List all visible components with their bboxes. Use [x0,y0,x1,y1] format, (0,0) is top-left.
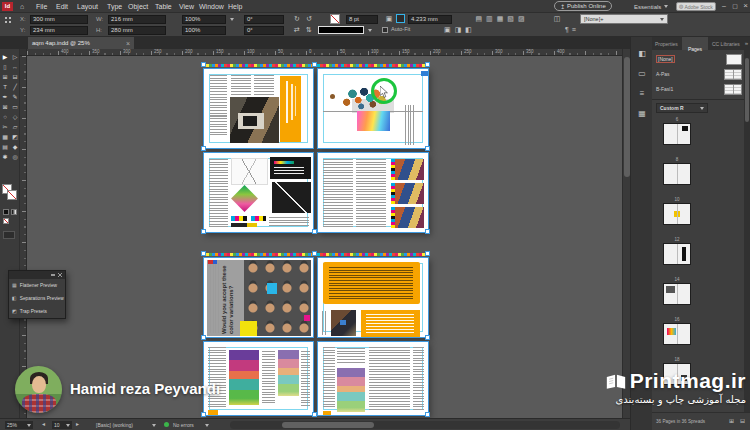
type-tool[interactable]: T [0,82,10,92]
page-spread-a-bottom-left[interactable] [203,152,314,233]
autofit-checkbox[interactable] [382,27,388,33]
master-row-b[interactable]: B-Fasl1 [652,83,750,97]
prev-page-icon[interactable]: ◂ [42,420,45,427]
h-field[interactable]: 280 mm [108,26,166,35]
custom-section-dropdown[interactable]: Custom R [656,103,708,113]
page-spread-a-bottom-right[interactable] [317,152,429,233]
photo-thumbnail[interactable] [391,207,424,228]
object-style-dropdown[interactable]: [None]+ [580,14,668,24]
note-tool[interactable]: ▤ [0,142,10,152]
selection-handle[interactable] [312,62,317,67]
separations-preview-item[interactable]: ◧ Separations Preview [12,295,64,301]
article-photo[interactable] [331,310,356,336]
master-row-none[interactable]: [None] [652,53,750,67]
content-collector-tool[interactable]: ⊞ [0,72,10,82]
delete-page-icon[interactable]: ⊟ [740,417,745,424]
rainbow-gradient-image[interactable] [357,111,390,131]
rectangle-tool[interactable]: ▭ [10,102,20,112]
camera-photo[interactable] [230,97,279,143]
menu-table[interactable]: Table [155,0,172,13]
chevron-down-icon[interactable] [152,424,156,427]
rotate-cw-icon[interactable]: ↻ [292,14,302,24]
w-field[interactable]: 216 mm [108,15,166,24]
layers-panel-icon[interactable]: ◧ [637,49,647,59]
links-panel-icon[interactable]: ▦ [637,109,647,119]
page-spread-a-top-left[interactable] [203,68,314,149]
new-page-icon[interactable]: ⊞ [729,417,734,424]
gradient-test-image[interactable] [337,368,365,412]
panel-chevrons-icon[interactable]: » [745,40,748,46]
eyedropper-tool[interactable]: ◆ [10,142,20,152]
menu-file[interactable]: File [36,0,47,13]
home-icon[interactable]: ⌂ [17,2,27,12]
selection-handle[interactable] [425,412,430,417]
scrollbar-thumb[interactable] [282,422,374,428]
spread-thumbnail[interactable] [663,123,691,145]
close-icon[interactable] [58,273,62,277]
scale-x-field[interactable]: 100% [182,15,226,24]
stroke-swatch[interactable] [7,190,17,200]
fit-content-icon[interactable] [396,14,405,23]
selection-handle[interactable] [201,62,206,67]
page-number-dropdown[interactable]: 10 [52,421,72,429]
page-spread-a-top-right[interactable] [317,68,429,149]
align-icons-group[interactable]: ▤▥▦▧▨ [460,14,544,24]
publish-online-button[interactable]: ↥ Publish Online [554,1,612,11]
tab-pages[interactable]: Pages [682,37,708,50]
pencil-tool[interactable]: ✎ [10,92,20,102]
curve-panel[interactable] [272,182,311,213]
trap-presets-item[interactable]: ◩ Trap Presets [12,308,47,314]
menu-type[interactable]: Type [107,0,122,13]
window-minimize-button[interactable]: – [719,1,729,11]
frame-fitting-icons[interactable]: ▣◨◧ [430,25,490,35]
selection-handle[interactable] [312,251,317,256]
horizontal-scrollbar[interactable] [230,421,620,429]
y-field[interactable]: 234 mm [30,26,88,35]
zoom-tool[interactable]: ◎ [10,152,20,162]
content-placer-tool[interactable]: ⊟ [10,72,20,82]
scrollbar-thumb[interactable] [745,58,749,122]
free-transform-tool[interactable]: ▱ [10,122,20,132]
selection-handle[interactable] [201,412,206,417]
selection-handle[interactable] [201,335,206,340]
page-spread-b-bottom-right[interactable] [317,341,429,416]
workspace-switcher[interactable]: Essentials [634,1,668,12]
tab-properties[interactable]: Properties [655,41,678,47]
screen-mode-button[interactable] [3,231,15,239]
rotation-field[interactable]: 0° [244,15,284,24]
scissors-tool[interactable]: ✂ [0,122,10,132]
horizontal-ruler[interactable]: 400 350 300 250 200 150 100 50 0 50 100 … [27,49,622,56]
gap-field[interactable]: 4.233 mm [408,15,452,24]
collapse-icon[interactable] [51,274,55,276]
menu-edit[interactable]: Edit [56,0,68,13]
stroke-type-swatch[interactable] [318,26,364,34]
page-tool[interactable]: ▯ [0,62,10,72]
ruler-corner[interactable] [20,49,27,56]
spread-thumbnail[interactable] [663,243,691,265]
pages-panel-icon[interactable]: ≡ [637,89,647,99]
page-spread-b-top-right[interactable] [317,257,429,338]
menu-view[interactable]: View [179,0,194,13]
chevron-down-icon[interactable] [368,29,372,32]
stroke-none-swatch[interactable] [330,14,340,24]
vertical-scrollbar[interactable] [622,49,630,418]
selection-tool[interactable]: ▶ [0,52,10,62]
reference-point-proxy[interactable] [4,16,13,25]
selection-handle[interactable] [312,412,317,417]
selection-handle[interactable] [312,229,317,234]
scale-y-field[interactable]: 100% [182,26,226,35]
rotate-ccw-icon[interactable]: ↺ [304,14,314,24]
orange-sidebar-box[interactable] [361,310,420,337]
ellipse-tool[interactable]: ○ [0,112,10,122]
selection-handle[interactable] [201,229,206,234]
gradient-test-image[interactable] [278,350,299,396]
tab-close-icon[interactable]: × [126,40,130,47]
color-button[interactable] [3,209,9,215]
search-input[interactable] [684,4,714,10]
flip-horizontal-icon[interactable]: ⇄ [292,25,302,35]
x-field[interactable]: 300 mm [30,15,88,24]
frame-tool[interactable]: ⊠ [0,102,10,112]
cc-libraries-panel-icon[interactable]: ▭ [637,69,647,79]
stroke-weight-field[interactable]: 8 pt [346,15,378,24]
preflight-profile-label[interactable]: [Basic] (working) [96,422,133,428]
